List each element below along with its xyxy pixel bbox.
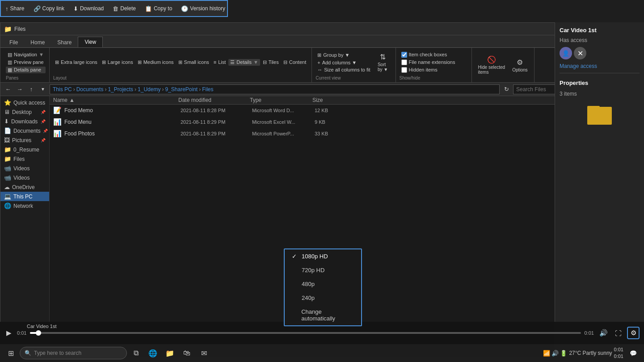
wifi-icon: 📶 — [543, 350, 550, 357]
volume-button[interactable]: 🔊 — [598, 328, 610, 338]
quality-settings-button[interactable]: ⚙ — [627, 327, 640, 339]
details-btn[interactable]: ☰ Details ▼ — [228, 59, 260, 66]
table-row[interactable]: 📊 Food Photos 2021-08-11 8:29 PM Microso… — [50, 128, 596, 139]
size-column-header[interactable]: Size — [312, 97, 348, 103]
tab-file[interactable]: File — [3, 38, 24, 47]
small-icons-btn[interactable]: ⊞ Small icons — [177, 59, 211, 66]
play-button[interactable]: ▶ — [4, 328, 13, 338]
size-columns-btn[interactable]: ↔ Size all columns to fit — [316, 67, 372, 73]
file-type-0: Microsoft Word D... — [252, 108, 315, 113]
group-by-btn[interactable]: ⊞ Group by ▼ — [316, 52, 372, 59]
tab-view[interactable]: View — [78, 37, 103, 47]
add-person-icon[interactable]: ✕ — [574, 47, 586, 59]
large-icons-btn[interactable]: ⊞ Large icons — [100, 59, 135, 66]
ribbon-show-hide-group: Item check boxes File name extensions Hi… — [396, 48, 472, 82]
back-button[interactable]: ← — [3, 84, 13, 94]
download-button[interactable]: ⬇ Download — [69, 1, 108, 16]
preview-pane-btn[interactable]: ▥ Preview pane — [6, 59, 46, 66]
res-option-1080p[interactable]: ✓ 1080p HD — [285, 249, 361, 263]
tiles-btn[interactable]: ⊟ Tiles — [261, 59, 281, 66]
manage-access-link[interactable]: Manage access — [560, 63, 640, 69]
breadcrumb-documents[interactable]: Documents — [76, 86, 104, 93]
type-column-header[interactable]: Type — [250, 97, 312, 103]
name-column-header[interactable]: Name ▲ — [53, 97, 178, 103]
sidebar-item-quick-access[interactable]: ⭐ Quick access — [0, 98, 49, 107]
user-avatar: 👤 — [560, 47, 572, 59]
breadcrumb-files[interactable]: Files — [202, 86, 213, 93]
sidebar-item-downloads[interactable]: ⬇ Downloads 📌 — [0, 117, 49, 126]
powerpoint-icon: 📊 — [53, 130, 62, 138]
sort-by-btn[interactable]: ⇅ Sortby ▼ — [374, 52, 392, 73]
forward-button[interactable]: → — [15, 84, 25, 94]
breadcrumb-this-pc[interactable]: This PC — [53, 86, 72, 93]
add-columns-btn[interactable]: + Add columns ▼ — [316, 59, 372, 66]
table-row[interactable]: 📊 Food Menu 2021-08-11 8:29 PM Microsoft… — [50, 116, 596, 128]
star-icon: ⭐ — [4, 99, 11, 106]
toolbar-strip: ↑ Share 🔗 Copy link ⬇ Download 🗑 Delete … — [0, 0, 228, 17]
res-option-720p[interactable]: 720p HD — [285, 263, 361, 277]
copy-link-button[interactable]: 🔗 Copy link — [29, 1, 69, 16]
tab-home[interactable]: Home — [24, 38, 51, 47]
delete-button[interactable]: 🗑 Delete — [108, 1, 140, 16]
fullscreen-button[interactable]: ⛶ — [613, 328, 623, 338]
search-glass-icon: 🔍 — [25, 350, 31, 356]
video-progress-bar[interactable] — [30, 332, 581, 334]
edge-button[interactable]: 🌐 — [145, 345, 161, 361]
sidebar-item-this-pc[interactable]: 💻 This PC — [0, 192, 49, 201]
item-checkboxes-checkbox[interactable] — [401, 52, 407, 58]
sidebar-item-videos2[interactable]: 📹 Videos — [0, 173, 49, 182]
sidebar-item-files[interactable]: 📁 Files — [0, 154, 49, 164]
mail-button[interactable]: ✉ — [196, 345, 212, 361]
notifications-button[interactable]: 💬 — [625, 345, 641, 361]
item-check-boxes-toggle[interactable]: Item check boxes — [400, 51, 457, 58]
up-button[interactable]: ↑ — [26, 84, 36, 94]
file-ext-checkbox[interactable] — [401, 59, 407, 65]
task-view-button[interactable]: ⧉ — [128, 345, 144, 361]
recent-locations-button[interactable]: ▼ — [38, 84, 48, 94]
sidebar: ⭐ Quick access 🖥 Desktop 📌 ⬇ Downloads 📌… — [0, 96, 50, 357]
res-option-480p[interactable]: 480p — [285, 277, 361, 291]
version-history-button[interactable]: 🕐 Version history — [177, 1, 230, 16]
details-pane-btn[interactable]: ▦ Details pane — [6, 67, 46, 73]
ribbon: ▤ Navigation ▼ ▥ Preview pane ▦ Details … — [0, 48, 596, 83]
navigation-pane-btn[interactable]: ▤ Navigation ▼ — [6, 51, 46, 58]
sidebar-item-documents[interactable]: 📄 Documents 📌 — [0, 126, 49, 135]
breadcrumb-udemy[interactable]: 1_Udemy — [138, 86, 160, 93]
layout-label: Layout — [53, 75, 67, 80]
sidebar-item-videos1[interactable]: 📹 Videos — [0, 164, 49, 173]
options-btn[interactable]: ⚙ Options — [509, 57, 530, 73]
nav-pane-icon: ▤ — [8, 52, 12, 58]
sidebar-item-desktop[interactable]: 🖥 Desktop 📌 — [0, 107, 49, 117]
table-row[interactable]: 📝 Food Memo 2021-08-11 8:28 PM Microsoft… — [50, 105, 596, 116]
copy-to-button[interactable]: 📋 Copy to — [140, 1, 177, 16]
sidebar-item-resume[interactable]: 📁 0_Resume — [0, 145, 49, 154]
extra-large-icons-btn[interactable]: ⊞ Extra large icons — [53, 59, 99, 66]
taskbar-search[interactable]: 🔍 Type here to search — [20, 347, 127, 359]
has-access-label: Has access — [560, 37, 640, 43]
breadcrumb[interactable]: This PC › Documents › 1_Projects › 1_Ude… — [50, 84, 500, 94]
list-btn[interactable]: ≡ List — [212, 59, 228, 66]
excel-icon: 📊 — [53, 118, 62, 126]
sidebar-item-network[interactable]: 🌐 Network — [0, 201, 49, 210]
medium-icons-btn[interactable]: ⊞ Medium icons — [136, 59, 176, 66]
date-column-header[interactable]: Date modified — [178, 97, 250, 103]
sidebar-item-onedrive[interactable]: ☁ OneDrive — [0, 182, 49, 192]
file-name-ext-toggle[interactable]: File name extensions — [400, 59, 457, 66]
ribbon-options-group: 🚫 Hide selecteditems ⚙ Options — [472, 48, 535, 82]
content-btn[interactable]: ⊟ Content — [282, 59, 308, 66]
column-headers: Name ▲ Date modified Type Size — [50, 96, 596, 105]
refresh-button[interactable]: ↻ — [501, 84, 511, 94]
hidden-items-toggle[interactable]: Hidden items — [400, 67, 457, 73]
res-option-auto[interactable]: Change automatically — [285, 305, 361, 325]
breadcrumb-projects[interactable]: 1_Projects — [108, 86, 133, 93]
share-button[interactable]: ↑ Share — [1, 1, 29, 16]
tab-share[interactable]: Share — [51, 38, 78, 47]
sidebar-item-pictures[interactable]: 🖼 Pictures 📌 — [0, 135, 49, 145]
hide-selected-btn[interactable]: 🚫 Hide selecteditems — [476, 55, 508, 76]
hidden-items-checkbox[interactable] — [401, 67, 407, 73]
explorer-taskbar-button[interactable]: 📁 — [162, 345, 178, 361]
start-button[interactable]: ⊞ — [3, 345, 19, 361]
res-option-240p[interactable]: 240p — [285, 291, 361, 305]
store-button[interactable]: 🛍 — [179, 345, 195, 361]
breadcrumb-sharepoint[interactable]: 9_SharePoint — [165, 86, 198, 93]
